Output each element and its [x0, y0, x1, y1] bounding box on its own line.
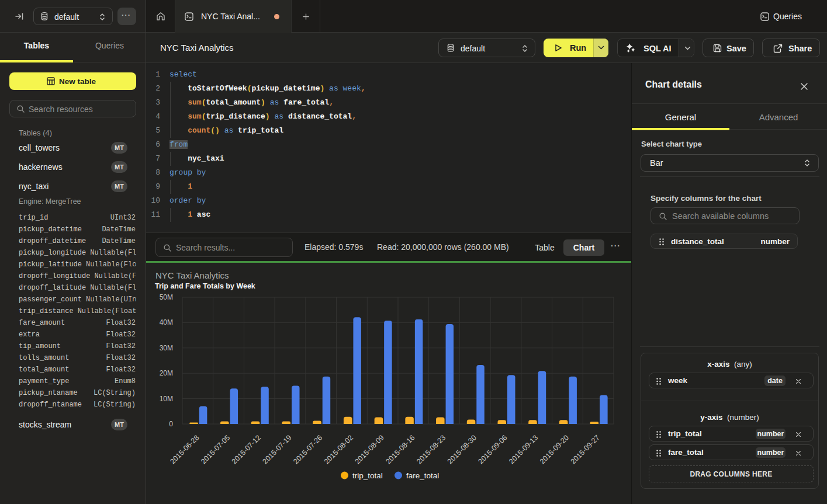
svg-text:2015-08-23: 2015-08-23	[415, 433, 447, 465]
svg-text:2015-09-06: 2015-09-06	[477, 433, 509, 465]
svg-text:2015-07-05: 2015-07-05	[199, 433, 231, 465]
svg-text:2015-09-13: 2015-09-13	[507, 433, 539, 465]
svg-text:2015-07-12: 2015-07-12	[230, 433, 262, 465]
svg-text:2015-07-19: 2015-07-19	[261, 433, 293, 465]
svg-text:2015-08-02: 2015-08-02	[323, 433, 355, 465]
svg-text:20M: 20M	[160, 369, 173, 377]
svg-text:10M: 10M	[160, 395, 173, 403]
svg-text:40M: 40M	[160, 318, 173, 326]
svg-text:50M: 50M	[160, 293, 173, 301]
svg-text:0: 0	[169, 420, 173, 428]
svg-text:2015-07-26: 2015-07-26	[292, 433, 324, 465]
svg-text:2015-09-27: 2015-09-27	[569, 433, 601, 465]
svg-text:fare_total: fare_total	[406, 471, 439, 480]
svg-text:2015-08-09: 2015-08-09	[354, 433, 386, 465]
svg-text:trip_total: trip_total	[352, 471, 383, 480]
svg-text:2015-08-30: 2015-08-30	[446, 433, 478, 465]
svg-text:2015-08-16: 2015-08-16	[384, 433, 416, 465]
svg-text:2015-09-20: 2015-09-20	[538, 433, 570, 465]
svg-text:2015-06-28: 2015-06-28	[168, 433, 200, 465]
svg-text:30M: 30M	[160, 344, 173, 352]
